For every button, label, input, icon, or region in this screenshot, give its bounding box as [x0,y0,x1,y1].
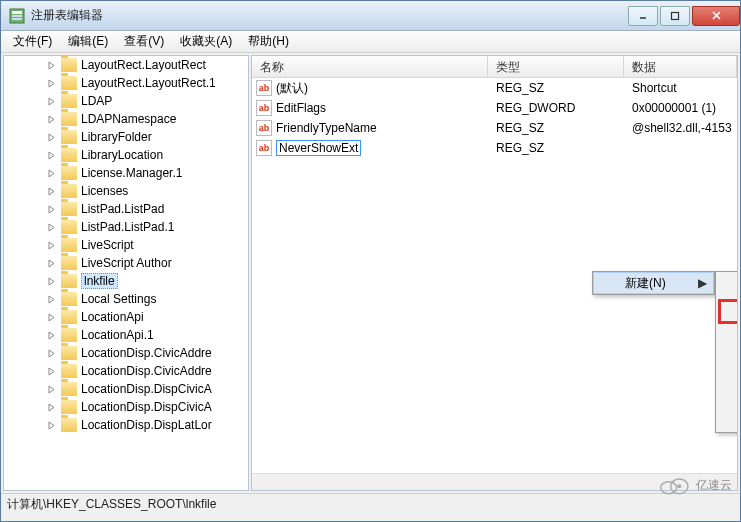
cm-dword-value[interactable]: DWORD (32-位)值(D) [716,344,738,366]
svg-rect-5 [672,12,679,19]
expand-icon[interactable] [46,420,57,431]
expand-icon[interactable] [46,312,57,323]
folder-icon [61,328,77,342]
expand-icon[interactable] [46,186,57,197]
watermark-cloud-icon [658,475,690,495]
expand-icon[interactable] [46,276,57,287]
content-area: LayoutRect.LayoutRectLayoutRect.LayoutRe… [1,53,740,493]
tree-item[interactable]: LDAPNamespace [4,110,248,128]
list-row[interactable]: abNeverShowExtREG_SZ [252,138,737,158]
folder-icon [61,346,77,360]
expand-icon[interactable] [46,258,57,269]
cm-multistring-value[interactable]: 多字符串值(M) [716,388,738,410]
folder-icon [61,274,77,288]
svg-rect-2 [12,15,22,17]
expand-icon[interactable] [46,294,57,305]
col-header-name[interactable]: 名称 [252,56,488,77]
menu-help[interactable]: 帮助(H) [240,31,297,52]
tree-item[interactable]: lnkfile [4,272,248,290]
tree-item[interactable]: Licenses [4,182,248,200]
tree-item-label: LocationApi.1 [81,328,154,342]
submenu-arrow-icon: ▶ [698,276,707,290]
expand-icon[interactable] [46,78,57,89]
menu-view[interactable]: 查看(V) [116,31,172,52]
minimize-button[interactable] [628,6,658,26]
cm-qword-value[interactable]: QWORD (64 位)值(Q) [716,366,738,388]
tree-item[interactable]: LocationDisp.DispCivicA [4,398,248,416]
tree-item[interactable]: LayoutRect.LayoutRect [4,56,248,74]
tree-item-label: LocationDisp.DispLatLor [81,418,212,432]
tree-item[interactable]: LocationDisp.CivicAddre [4,362,248,380]
list-row-type: REG_SZ [488,121,624,135]
menubar: 文件(F) 编辑(E) 查看(V) 收藏夹(A) 帮助(H) [1,31,740,53]
tree-item[interactable]: LDAP [4,92,248,110]
cm-new[interactable]: 新建(N) ▶ [593,272,714,294]
tree-item[interactable]: LocationDisp.DispLatLor [4,416,248,434]
cm-string-value[interactable]: 字符串值(S) [716,300,738,322]
tree-item[interactable]: LocationApi [4,308,248,326]
expand-icon[interactable] [46,60,57,71]
expand-icon[interactable] [46,150,57,161]
list-row-data: 0x00000001 (1) [624,101,737,115]
folder-icon [61,256,77,270]
reg-string-icon: ab [256,140,272,156]
tree-item[interactable]: LocationApi.1 [4,326,248,344]
tree-item[interactable]: LiveScript [4,236,248,254]
svg-rect-1 [12,11,22,14]
tree-item[interactable]: LiveScript Author [4,254,248,272]
menu-edit[interactable]: 编辑(E) [60,31,116,52]
tree-item[interactable]: LibraryLocation [4,146,248,164]
expand-icon[interactable] [46,114,57,125]
tree-item[interactable]: ListPad.ListPad [4,200,248,218]
maximize-button[interactable] [660,6,690,26]
col-header-data[interactable]: 数据 [624,56,737,77]
col-header-type[interactable]: 类型 [488,56,624,77]
list-row[interactable]: ab(默认)REG_SZShortcut [252,78,737,98]
menu-file[interactable]: 文件(F) [5,31,60,52]
expand-icon[interactable] [46,366,57,377]
cm-expandstring-value[interactable]: 可扩充字符串值(E) [716,410,738,432]
cm-binary-value[interactable]: 二进制值(B) [716,322,738,344]
tree-item-label: LocationDisp.DispCivicA [81,400,212,414]
list-row-type: REG_SZ [488,81,624,95]
menu-favorites[interactable]: 收藏夹(A) [172,31,240,52]
cm-key[interactable]: 项(K) [716,272,738,294]
tree-item[interactable]: Local Settings [4,290,248,308]
tree-item-label: LiveScript [81,238,134,252]
expand-icon[interactable] [46,168,57,179]
expand-icon[interactable] [46,402,57,413]
expand-icon[interactable] [46,96,57,107]
tree-item[interactable]: License.Manager.1 [4,164,248,182]
tree-item[interactable]: LayoutRect.LayoutRect.1 [4,74,248,92]
list-row[interactable]: abEditFlagsREG_DWORD0x00000001 (1) [252,98,737,118]
list-body: ab(默认)REG_SZShortcutabEditFlagsREG_DWORD… [252,78,737,158]
expand-icon[interactable] [46,348,57,359]
list-header: 名称 类型 数据 [252,56,737,78]
folder-icon [61,58,77,72]
folder-icon [61,364,77,378]
folder-icon [61,184,77,198]
list-row[interactable]: abFriendlyTypeNameREG_SZ@shell32.dll,-41… [252,118,737,138]
tree-scroll[interactable]: LayoutRect.LayoutRectLayoutRect.LayoutRe… [4,56,248,490]
tree-item-label: LocationDisp.CivicAddre [81,346,212,360]
expand-icon[interactable] [46,330,57,341]
reg-string-icon: ab [256,80,272,96]
expand-icon[interactable] [46,384,57,395]
expand-icon[interactable] [46,240,57,251]
tree-item[interactable]: LocationDisp.DispCivicA [4,380,248,398]
close-button[interactable] [692,6,740,26]
reg-string-icon: ab [256,120,272,136]
tree-item-label: LocationApi [81,310,144,324]
folder-icon [61,202,77,216]
tree-item[interactable]: LocationDisp.CivicAddre [4,344,248,362]
window-controls [626,6,740,26]
expand-icon[interactable] [46,132,57,143]
folder-icon [61,292,77,306]
tree-item[interactable]: ListPad.ListPad.1 [4,218,248,236]
svg-rect-3 [12,18,22,20]
tree-item[interactable]: LibraryFolder [4,128,248,146]
tree-item-label: LDAPNamespace [81,112,176,126]
context-menu-submenu: 项(K) 字符串值(S) 二进制值(B) DWORD (32-位)值(D) QW… [715,271,738,433]
expand-icon[interactable] [46,204,57,215]
expand-icon[interactable] [46,222,57,233]
